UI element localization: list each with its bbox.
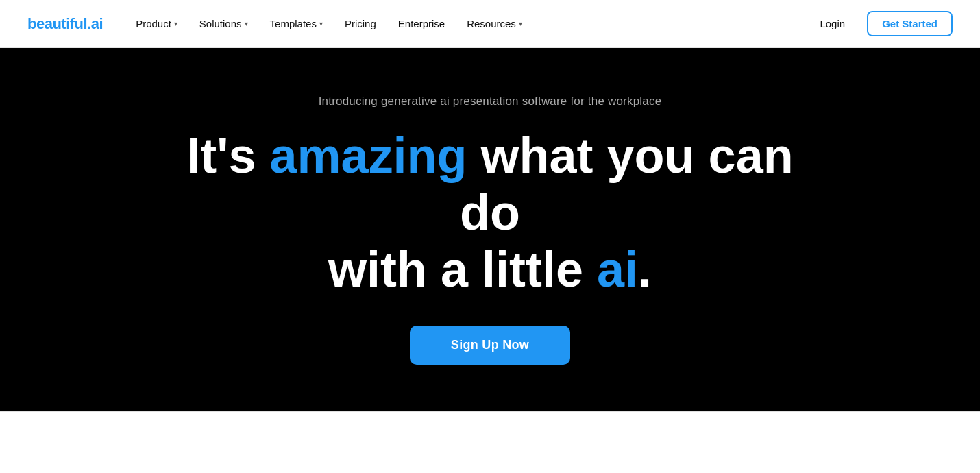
nav-label-pricing: Pricing [345,18,376,29]
hero-title-period: . [638,242,652,297]
chevron-down-icon: ▾ [245,20,248,27]
hero-section: Introducing generative ai presentation s… [0,48,980,411]
hero-title-blue2: ai [597,242,638,297]
hero-subtitle: Introducing generative ai presentation s… [319,95,662,108]
login-button[interactable]: Login [811,12,853,35]
chevron-down-icon: ▾ [319,20,323,27]
logo-text-blue: ai [91,15,103,32]
nav-item-solutions[interactable]: Solutions ▾ [191,12,256,35]
nav-label-product: Product [136,18,171,29]
nav-item-enterprise[interactable]: Enterprise [390,12,453,35]
chevron-down-icon: ▾ [174,20,177,27]
bottom-white-inner [45,412,935,473]
hero-title-part2: what you can do [460,128,794,240]
navbar: beautiful.ai Product ▾ Solutions ▾ Templ… [0,0,980,48]
logo-text-black: beautiful. [27,15,91,32]
nav-item-product[interactable]: Product ▾ [127,12,186,35]
hero-title-part3: with a little [328,242,597,297]
nav-item-resources[interactable]: Resources ▾ [458,12,530,35]
logo[interactable]: beautiful.ai [27,15,103,33]
nav-label-enterprise: Enterprise [398,18,445,29]
nav-links: Product ▾ Solutions ▾ Templates ▾ Pricin… [127,12,530,35]
hero-title: It's amazing what you can do with a litt… [182,128,798,298]
nav-item-templates[interactable]: Templates ▾ [262,12,331,35]
get-started-button[interactable]: Get Started [867,11,953,36]
hero-title-part1: It's [186,128,269,183]
nav-item-pricing[interactable]: Pricing [336,12,384,35]
navbar-left: beautiful.ai Product ▾ Solutions ▾ Templ… [27,12,530,35]
signup-button[interactable]: Sign Up Now [410,326,570,365]
bottom-section [0,411,980,473]
nav-label-solutions: Solutions [199,18,242,29]
hero-title-blue1: amazing [269,128,467,183]
nav-label-templates: Templates [270,18,317,29]
chevron-down-icon: ▾ [519,20,522,27]
navbar-right: Login Get Started [811,11,953,36]
nav-label-resources: Resources [467,18,516,29]
